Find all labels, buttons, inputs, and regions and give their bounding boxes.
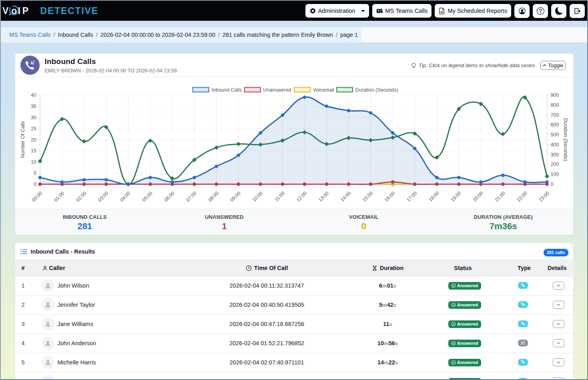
svg-text:Number Of Calls: Number Of Calls bbox=[20, 121, 26, 158]
svg-text:Unanswered: Unanswered bbox=[263, 87, 291, 93]
svg-text:100: 100 bbox=[550, 172, 559, 177]
svg-text:25: 25 bbox=[31, 126, 36, 132]
svg-text:07:00: 07:00 bbox=[185, 190, 197, 202]
svg-text:19:00: 19:00 bbox=[450, 190, 462, 202]
svg-text:Inbound Calls: Inbound Calls bbox=[211, 87, 242, 93]
svg-text:500: 500 bbox=[550, 132, 559, 138]
svg-text:08:00: 08:00 bbox=[207, 190, 219, 202]
svg-text:15: 15 bbox=[31, 148, 36, 154]
svg-text:09:00: 09:00 bbox=[229, 190, 241, 202]
svg-text:30: 30 bbox=[31, 115, 36, 120]
svg-text:20:00: 20:00 bbox=[472, 190, 484, 202]
svg-text:10:00: 10:00 bbox=[251, 190, 263, 202]
svg-text:700: 700 bbox=[550, 112, 559, 118]
svg-text:5: 5 bbox=[34, 170, 36, 176]
svg-text:14:00: 14:00 bbox=[339, 190, 351, 202]
svg-text:800: 800 bbox=[550, 102, 559, 108]
svg-text:T: T bbox=[377, 9, 379, 13]
svg-text:00:00: 00:00 bbox=[30, 190, 43, 202]
svg-text:11:00: 11:00 bbox=[273, 190, 286, 202]
svg-text:10: 10 bbox=[31, 159, 36, 165]
svg-text:12:00: 12:00 bbox=[295, 190, 307, 202]
svg-text:03:00: 03:00 bbox=[97, 190, 109, 202]
svg-text:18:00: 18:00 bbox=[427, 190, 440, 202]
svg-text:35: 35 bbox=[31, 104, 36, 109]
svg-text:40: 40 bbox=[31, 92, 36, 98]
svg-text:300: 300 bbox=[550, 152, 559, 158]
svg-text:20: 20 bbox=[31, 137, 36, 143]
svg-text:02:00: 02:00 bbox=[75, 190, 87, 202]
svg-text:900: 900 bbox=[550, 92, 559, 98]
svg-text:23:00: 23:00 bbox=[538, 190, 550, 202]
svg-text:16:00: 16:00 bbox=[383, 190, 396, 202]
svg-text:0: 0 bbox=[550, 182, 553, 187]
svg-text:22:00: 22:00 bbox=[516, 190, 528, 202]
svg-text:200: 200 bbox=[550, 162, 559, 167]
svg-text:06:00: 06:00 bbox=[163, 190, 175, 202]
svg-text:13:00: 13:00 bbox=[317, 190, 329, 202]
svg-text:Voicemail: Voicemail bbox=[313, 87, 334, 93]
svg-text:01:00: 01:00 bbox=[53, 190, 65, 202]
svg-text:04:00: 04:00 bbox=[119, 190, 131, 202]
svg-text:21:00: 21:00 bbox=[494, 190, 506, 202]
svg-text:400: 400 bbox=[550, 142, 559, 148]
svg-text:05:00: 05:00 bbox=[141, 190, 153, 202]
svg-text:15:00: 15:00 bbox=[361, 190, 373, 202]
svg-text:600: 600 bbox=[550, 122, 559, 128]
svg-text:17:00: 17:00 bbox=[405, 190, 418, 202]
svg-text:0: 0 bbox=[34, 182, 36, 187]
svg-text:Duration (Seconds): Duration (Seconds) bbox=[563, 118, 568, 161]
svg-text:Duration (Seconds): Duration (Seconds) bbox=[355, 87, 398, 93]
